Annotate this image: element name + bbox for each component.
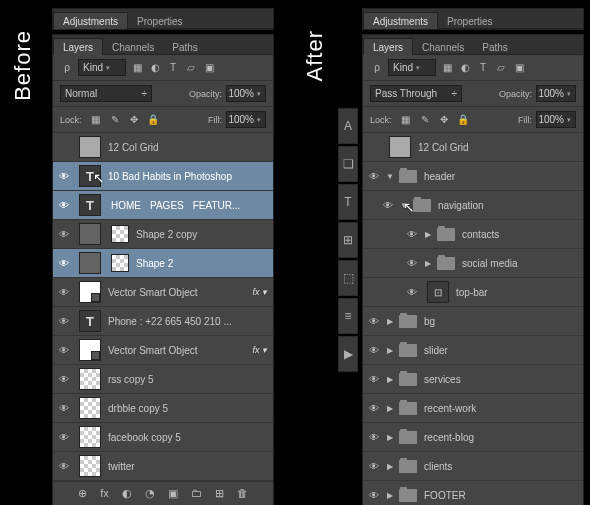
layer-name[interactable]: bg: [424, 316, 583, 327]
layer-row[interactable]: 👁▼navigation↖: [363, 191, 583, 220]
layer-name[interactable]: Shape 2 copy: [136, 229, 273, 240]
layer-row[interactable]: 👁▼header: [363, 162, 583, 191]
layer-name[interactable]: Phone : +22 665 450 210 ...: [108, 316, 273, 327]
filter-shape-icon[interactable]: ▱: [184, 61, 198, 75]
layer-name[interactable]: recent-work: [424, 403, 583, 414]
footer-icon[interactable]: ◐: [122, 487, 132, 500]
expand-arrow[interactable]: ▶: [385, 346, 395, 355]
layer-row[interactable]: 👁T10 Bad Habits in Photoshop↖: [53, 162, 273, 191]
fill-input[interactable]: 100%: [226, 111, 266, 128]
layer-name[interactable]: navigation: [438, 200, 583, 211]
expand-arrow[interactable]: ▼: [385, 172, 395, 181]
tool-icon[interactable]: ⊞: [338, 222, 358, 258]
tab-layers[interactable]: Layers: [53, 38, 103, 55]
tab-layers[interactable]: Layers: [363, 38, 413, 55]
layer-name[interactable]: Vector Smart Object: [108, 287, 252, 298]
layer-name[interactable]: Shape 2: [136, 258, 273, 269]
visibility-toggle[interactable]: 👁: [363, 316, 385, 327]
lock-all-icon[interactable]: 🔒: [146, 113, 160, 127]
layer-row[interactable]: 👁▶bg: [363, 307, 583, 336]
fill-input[interactable]: 100%: [536, 111, 576, 128]
layer-name[interactable]: 12 Col Grid: [108, 142, 273, 153]
visibility-toggle[interactable]: 👁: [53, 432, 75, 443]
visibility-toggle[interactable]: 👁: [53, 461, 75, 472]
layer-row[interactable]: 👁THOMEPAGESFEATUR...: [53, 191, 273, 220]
visibility-toggle[interactable]: 👁: [53, 200, 75, 211]
layer-row[interactable]: 👁▶social media: [363, 249, 583, 278]
expand-arrow[interactable]: ▶: [385, 404, 395, 413]
layer-row[interactable]: 12 Col Grid: [53, 133, 273, 162]
footer-icon[interactable]: ⊞: [215, 487, 224, 500]
expand-arrow[interactable]: ▶: [423, 259, 433, 268]
layer-row[interactable]: 👁▶slider: [363, 336, 583, 365]
filter-kind-select[interactable]: Kind: [78, 59, 126, 76]
tab-adjustments[interactable]: Adjustments: [53, 12, 128, 29]
lock-transparent-icon[interactable]: ▦: [89, 113, 103, 127]
filter-shape-icon[interactable]: ▱: [494, 61, 508, 75]
filter-smart-icon[interactable]: ▣: [202, 61, 216, 75]
layer-row[interactable]: 12 Col Grid: [363, 133, 583, 162]
visibility-toggle[interactable]: 👁: [363, 345, 385, 356]
fx-badge[interactable]: fx ▾: [252, 287, 267, 297]
layer-row[interactable]: 👁rss copy 5: [53, 365, 273, 394]
filter-pixel-icon[interactable]: ▦: [130, 61, 144, 75]
layer-name[interactable]: contacts: [462, 229, 583, 240]
layer-name[interactable]: 12 Col Grid: [418, 142, 583, 153]
layer-row[interactable]: 👁Vector Smart Objectfx ▾: [53, 278, 273, 307]
tab-properties[interactable]: Properties: [128, 13, 192, 29]
tool-icon[interactable]: ▶: [338, 336, 358, 372]
filter-adjust-icon[interactable]: ◐: [148, 61, 162, 75]
layer-row[interactable]: 👁▶recent-work: [363, 394, 583, 423]
expand-arrow[interactable]: ▶: [385, 375, 395, 384]
tool-icon[interactable]: A: [338, 108, 358, 144]
visibility-toggle[interactable]: 👁: [53, 403, 75, 414]
layer-row[interactable]: 👁TPhone : +22 665 450 210 ...: [53, 307, 273, 336]
visibility-toggle[interactable]: 👁: [53, 316, 75, 327]
layer-name[interactable]: 10 Bad Habits in Photoshop: [108, 171, 273, 182]
visibility-toggle[interactable]: 👁: [363, 171, 385, 182]
filter-icon[interactable]: ρ: [370, 61, 384, 75]
layer-row[interactable]: 👁▶FOOTER: [363, 481, 583, 505]
expand-arrow[interactable]: ▶: [385, 433, 395, 442]
layer-row[interactable]: 👁Shape 2: [53, 249, 273, 278]
tool-icon[interactable]: ≡: [338, 298, 358, 334]
visibility-toggle[interactable]: 👁: [363, 490, 385, 501]
footer-icon[interactable]: ⊕: [78, 487, 87, 500]
visibility-toggle[interactable]: 👁: [53, 258, 75, 269]
layer-row[interactable]: 👁Vector Smart Objectfx ▾: [53, 336, 273, 365]
tab-channels[interactable]: Channels: [413, 39, 473, 55]
layer-name[interactable]: drbble copy 5: [108, 403, 273, 414]
expand-arrow[interactable]: ▶: [385, 462, 395, 471]
blend-mode-select[interactable]: Pass Through÷: [370, 85, 462, 102]
footer-icon[interactable]: ◔: [145, 487, 155, 500]
visibility-toggle[interactable]: 👁: [53, 229, 75, 240]
layer-name[interactable]: clients: [424, 461, 583, 472]
filter-type-icon[interactable]: T: [166, 61, 180, 75]
layer-row[interactable]: 👁drbble copy 5: [53, 394, 273, 423]
layer-name[interactable]: FOOTER: [424, 490, 583, 501]
visibility-toggle[interactable]: 👁: [53, 345, 75, 356]
visibility-toggle[interactable]: 👁: [53, 374, 75, 385]
tool-icon[interactable]: T: [338, 184, 358, 220]
tab-paths[interactable]: Paths: [473, 39, 517, 55]
opacity-input[interactable]: 100%: [226, 85, 266, 102]
layer-row[interactable]: 👁facebook copy 5: [53, 423, 273, 452]
layer-name[interactable]: recent-blog: [424, 432, 583, 443]
lock-all-icon[interactable]: 🔒: [456, 113, 470, 127]
layer-row[interactable]: 👁▶recent-blog: [363, 423, 583, 452]
filter-kind-select[interactable]: Kind: [388, 59, 436, 76]
blend-mode-select[interactable]: Normal÷: [60, 85, 152, 102]
opacity-input[interactable]: 100%: [536, 85, 576, 102]
tool-icon[interactable]: ⬚: [338, 260, 358, 296]
tool-icon[interactable]: ❏: [338, 146, 358, 182]
layer-row[interactable]: 👁⊡top-bar: [363, 278, 583, 307]
layer-row[interactable]: 👁twitter: [53, 452, 273, 481]
lock-transparent-icon[interactable]: ▦: [399, 113, 413, 127]
tab-paths[interactable]: Paths: [163, 39, 207, 55]
layer-name[interactable]: top-bar: [456, 287, 583, 298]
layer-name[interactable]: Vector Smart Object: [108, 345, 252, 356]
layer-row[interactable]: 👁Shape 2 copy: [53, 220, 273, 249]
filter-icon[interactable]: ρ: [60, 61, 74, 75]
lock-position-icon[interactable]: ✥: [127, 113, 141, 127]
visibility-toggle[interactable]: 👁: [363, 374, 385, 385]
